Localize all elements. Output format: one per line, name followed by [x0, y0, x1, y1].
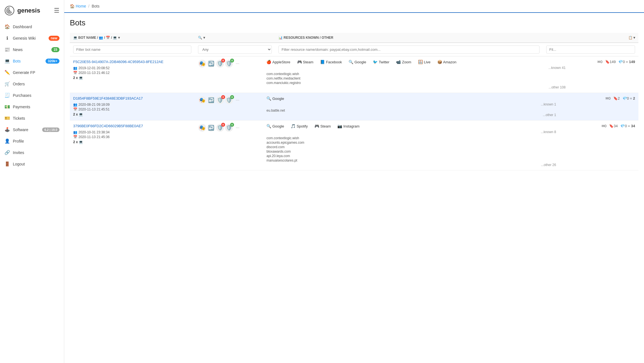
bots-table: 💻 BOT NAME / 👥 / 📅 / 💻 ▾ 🔍 ▾ 📊 RESOURCES…: [70, 33, 638, 56]
filter-fingerprint-select[interactable]: Any: [198, 45, 272, 54]
sidebar-item-news[interactable]: 📰 News 15: [0, 44, 64, 55]
more-options-button[interactable]: ···: [234, 125, 241, 131]
bots-count-badge: 320k+: [46, 59, 59, 64]
bot-icons-row: 🎭↩️🛡️0🛡️0···: [198, 124, 260, 132]
domain-item: bloxawards.com: [266, 150, 556, 153]
shield-green-icon[interactable]: 🛡️0: [225, 124, 233, 132]
software-icon: 🕹️: [4, 127, 10, 132]
filter-botname-input[interactable]: [73, 45, 191, 54]
resource-item: 📹Zoom: [396, 60, 411, 64]
shield-green-icon[interactable]: 🛡️0: [225, 96, 233, 104]
home-icon: 🏠: [70, 4, 75, 8]
bookmark-icon: 🔖: [613, 96, 618, 100]
known-resources-grid: 🍎AppleStore🎮Steam📘Facebook🔍Google🐦Twitte…: [266, 60, 566, 65]
bot-date1: 👥 2019-12-01 20:08:52: [73, 66, 192, 70]
generate-icon: ✏️: [4, 70, 10, 75]
resource-name: Google: [272, 124, 284, 128]
resource-item: 🐦Twitter: [373, 60, 389, 64]
more-options-button[interactable]: ···: [234, 97, 241, 103]
bot-id-link[interactable]: D1854F8BF59E1F43848E3DBF193ACA17: [73, 96, 192, 100]
bot-date2: 📅 2020-11-13 21:45:36: [73, 135, 192, 139]
score-total: 149: [629, 60, 635, 64]
other-count: ...other 1: [266, 113, 556, 117]
known-count: ...known 8: [266, 130, 556, 134]
bot-icons-row: 🎭↩️🛡️0🛡️0···: [198, 60, 260, 68]
resource-logo: 📷: [337, 124, 342, 128]
sidebar-item-orders[interactable]: 🛒 Orders: [0, 78, 64, 89]
resource-name: Google: [272, 97, 284, 101]
mask-icon[interactable]: 🎭: [198, 124, 206, 132]
filter-score-input[interactable]: [546, 45, 635, 54]
sidebar-item-label: News: [13, 47, 23, 52]
shield-red-icon[interactable]: 🛡️0: [216, 96, 224, 104]
filter-row: Any: [70, 43, 638, 56]
mail-icon: ✉: [597, 60, 600, 64]
dashboard-icon: 🏠: [4, 24, 10, 29]
known-count: ...known 41: [266, 66, 566, 70]
bot-id-cell: F5C20E55-9414907A-2DB46096-4C959543-8FE2…: [70, 56, 195, 93]
table-row: D1854F8BF59E1F43848E3DBF193ACA17 👥 2020-…: [70, 93, 638, 121]
filter-resource-input[interactable]: [278, 45, 540, 54]
other-domains: com.contextlogic.wishcom.netflix.mediacl…: [266, 72, 566, 85]
sidebar-item-bots[interactable]: 💻 Bots 320k+: [0, 56, 64, 66]
col-botname[interactable]: 💻 BOT NAME / 👥 / 📅 / 💻 ▾: [70, 33, 195, 43]
bot-devices: 2 x 💻: [73, 76, 192, 80]
return-icon[interactable]: ↩️: [207, 60, 215, 68]
sidebar-item-profile[interactable]: 👤 Profile: [0, 136, 64, 146]
sidebar-item-genesis-wiki[interactable]: ℹ Genesis Wiki new: [0, 33, 64, 44]
resource-logo: 🪟: [418, 60, 423, 64]
col-fingerprint[interactable]: 🔍 ▾: [195, 33, 275, 43]
breadcrumb-home[interactable]: 🏠 Home: [70, 4, 86, 8]
wiki-icon: ℹ: [4, 35, 10, 41]
sidebar-item-label: Profile: [13, 139, 24, 143]
resource-name: Instagram: [343, 124, 359, 128]
sidebar-item-payments[interactable]: 💵 Payments: [0, 101, 64, 112]
sidebar-item-tickets[interactable]: 🎫 Tickets: [0, 113, 64, 124]
sidebar-item-label: Software: [13, 128, 28, 132]
resource-logo: 🔍: [266, 96, 271, 101]
shield-green-icon[interactable]: 🛡️0: [225, 60, 233, 68]
mask-icon[interactable]: 🎭: [198, 60, 206, 68]
sidebar-logo: genesis ☰: [0, 3, 64, 21]
sidebar-item-purchases[interactable]: 🧾 Purchases: [0, 90, 64, 101]
sidebar-item-logout[interactable]: 🚪 Logout: [0, 158, 64, 169]
bot-icons-cell: 🎭↩️🛡️0🛡️0···: [195, 93, 263, 121]
resource-item: 📦Amazon: [437, 60, 457, 64]
sidebar: genesis ☰ 🏠 Dashboard ℹ Genesis Wiki new…: [0, 0, 64, 363]
resource-logo: 🎮: [314, 124, 319, 128]
mail-icon: ✉: [605, 96, 609, 100]
sidebar-item-invites[interactable]: 🔗 Invites: [0, 147, 64, 158]
domain-item: manuaisescolares.pt: [266, 158, 556, 162]
gem-icon: 💎: [620, 124, 625, 128]
resource-logo: 🐦: [373, 60, 378, 64]
filter-botname-cell: [70, 43, 195, 56]
col-score[interactable]: 📋 ▾: [543, 33, 638, 43]
bots-icon: 💻: [4, 58, 10, 64]
gem-icon: 💎: [622, 96, 627, 100]
main-content: 🏠 Home / Bots Bots 💻 BOT NAME / 👥 / 📅 / …: [64, 0, 644, 363]
more-options-button[interactable]: ···: [234, 61, 241, 67]
shield-red-icon[interactable]: 🛡️0: [216, 60, 224, 68]
resource-name: Zoom: [402, 60, 411, 64]
bot-id-link[interactable]: 3796BE0F66FD2C4D66029B5F88BE0AE7: [73, 124, 192, 128]
bot-date1: 👥 2020-08-21 09:18:09: [73, 103, 192, 107]
resource-item: 🎵Spotify: [291, 124, 308, 128]
sidebar-item-label: Dashboard: [13, 25, 32, 29]
score-total: 2: [633, 96, 635, 100]
sidebar-item-dashboard[interactable]: 🏠 Dashboard: [0, 21, 64, 32]
score-row: ✉0 🔖34 💎0 = 34: [563, 124, 635, 128]
tickets-icon: 🎫: [4, 116, 10, 121]
shield-badge-red: 0: [221, 59, 225, 62]
return-icon[interactable]: ↩️: [207, 124, 215, 132]
sidebar-item-software[interactable]: 🕹️ Software 6.2 | 19.0: [0, 124, 64, 135]
shield-red-icon[interactable]: 🛡️0: [216, 124, 224, 132]
resource-item: 📷Instagram: [337, 124, 359, 128]
resource-name: AppleStore: [272, 60, 290, 64]
mask-icon[interactable]: 🎭: [198, 96, 206, 104]
sidebar-item-generate-fp[interactable]: ✏️ Generate FP: [0, 67, 64, 78]
bot-resources-cell: 🍎AppleStore🎮Steam📘Facebook🔍Google🐦Twitte…: [263, 56, 569, 93]
hamburger-menu[interactable]: ☰: [54, 7, 59, 14]
sidebar-navigation: 🏠 Dashboard ℹ Genesis Wiki new 📰 News 15…: [0, 21, 64, 169]
bot-id-link[interactable]: F5C20E55-9414907A-2DB46096-4C959543-8FE2…: [73, 60, 192, 64]
return-icon[interactable]: ↩️: [207, 96, 215, 104]
